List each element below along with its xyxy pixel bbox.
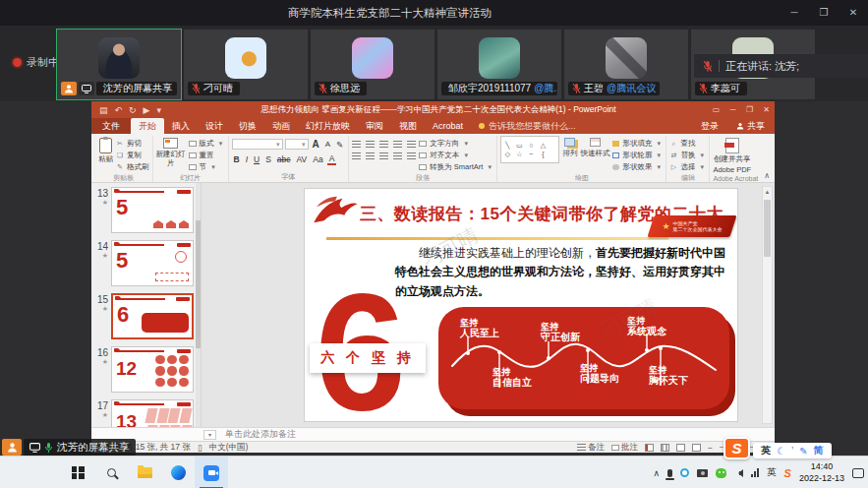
- tab-file[interactable]: 文件: [91, 118, 131, 134]
- tray-qq-icon[interactable]: [680, 468, 689, 477]
- thumbnail-item-15-selected[interactable]: 15★ 6: [93, 291, 201, 344]
- zoom-out-icon[interactable]: −: [708, 443, 713, 453]
- arrange-button[interactable]: 排列: [562, 136, 577, 158]
- action-center-icon[interactable]: [852, 468, 864, 478]
- quick-styles-button[interactable]: 快速样式: [580, 136, 609, 158]
- start-button[interactable]: [61, 457, 94, 488]
- ppt-restore-icon[interactable]: ❐: [741, 101, 758, 118]
- comments-toggle-button[interactable]: 批注: [611, 442, 638, 454]
- align-right-icon[interactable]: [379, 152, 388, 159]
- italic-button[interactable]: I: [244, 154, 250, 164]
- clear-format-button[interactable]: ✎: [334, 140, 345, 150]
- paste-button[interactable]: 粘贴: [98, 136, 113, 164]
- minimize-icon[interactable]: ─: [780, 0, 809, 26]
- tell-me-box[interactable]: 告诉我您想要做什么...: [479, 120, 576, 133]
- thumbnail-item-14[interactable]: 14★ 5: [93, 238, 201, 291]
- taskbar-clock[interactable]: 14:40 2022-12-13: [799, 461, 844, 484]
- strikethrough-button[interactable]: abc: [275, 154, 293, 164]
- notes-pane[interactable]: ▾ 单击此处添加备注: [91, 427, 775, 441]
- slide-thumbnail[interactable]: 6: [111, 293, 194, 339]
- sogou-en-mode[interactable]: 英: [761, 444, 771, 458]
- participant-tile[interactable]: 王碧@腾讯会议: [564, 30, 688, 99]
- tab-acrobat[interactable]: Acrobat: [425, 118, 471, 134]
- grow-font-button[interactable]: A: [311, 139, 321, 150]
- tray-ime-indicator[interactable]: 英: [767, 466, 777, 479]
- slide-thumbnail[interactable]: 12: [111, 346, 194, 393]
- undo-icon[interactable]: ↶: [115, 105, 123, 115]
- tab-review[interactable]: 审阅: [358, 118, 391, 134]
- shadow-button[interactable]: S: [263, 154, 273, 164]
- cut-button[interactable]: ✂剪切: [116, 139, 149, 149]
- participant-tile-shenfang[interactable]: 沈芳的屏幕共享: [57, 30, 181, 99]
- thumbnail-scrollbar[interactable]: [196, 183, 201, 427]
- section-button[interactable]: 节▾: [189, 162, 225, 172]
- slide-thumbnail[interactable]: 5: [111, 240, 194, 286]
- ppt-close-icon[interactable]: ✕: [758, 101, 775, 118]
- new-slide-button[interactable]: 新建幻灯片: [156, 136, 186, 167]
- tab-insert[interactable]: 插入: [164, 118, 198, 134]
- view-normal-icon[interactable]: [645, 444, 654, 452]
- tab-slideshow[interactable]: 幻灯片放映: [298, 118, 358, 134]
- view-slideshow-icon[interactable]: [692, 444, 701, 452]
- slide-editor[interactable]: 三、数读报告：15个关键词带你了解党的二十大 ★ 中国共产党 第二十次全国代表大…: [305, 189, 737, 421]
- view-sorter-icon[interactable]: [661, 444, 669, 452]
- tray-network-icon[interactable]: [751, 468, 759, 477]
- view-reading-icon[interactable]: [676, 444, 685, 452]
- ppt-minimize-icon[interactable]: ─: [724, 101, 741, 118]
- reset-button[interactable]: 重置: [189, 151, 225, 160]
- bullets-icon[interactable]: [352, 141, 361, 148]
- create-pdf-button[interactable]: 创建并共享 Adobe PDF: [713, 136, 751, 174]
- tab-animations[interactable]: 动画: [264, 118, 298, 134]
- collapse-ribbon-icon[interactable]: ∧: [764, 171, 770, 180]
- layout-button[interactable]: 版式▾: [189, 139, 225, 149]
- align-left-icon[interactable]: [352, 152, 361, 159]
- align-center-icon[interactable]: [366, 152, 375, 159]
- share-button[interactable]: 共享: [726, 120, 775, 133]
- tray-wechat-icon[interactable]: [716, 468, 726, 478]
- thumbnail-item-17[interactable]: 17★ 13: [93, 397, 201, 427]
- slide-thumbnail[interactable]: 5: [111, 187, 194, 233]
- tray-speaker-icon[interactable]: [734, 469, 743, 477]
- shape-outline-button[interactable]: 形状轮廓▾: [612, 151, 663, 160]
- save-icon[interactable]: ▤: [99, 105, 108, 115]
- thumbnail-item-16[interactable]: 16★ 12: [93, 344, 201, 397]
- language-indicator[interactable]: 中文(中国): [209, 442, 249, 454]
- shapes-gallery[interactable]: ╲▭○△ ◇☆~{: [500, 136, 559, 163]
- sogou-simplified[interactable]: 简: [814, 444, 824, 458]
- participant-tile[interactable]: 刁可晴: [184, 30, 308, 99]
- notes-chevron-icon[interactable]: ▾: [203, 430, 216, 440]
- text-direction-button[interactable]: 文字方向▾: [419, 139, 493, 149]
- apostrophe-icon[interactable]: ’: [791, 446, 793, 457]
- close-icon[interactable]: ✕: [839, 0, 868, 26]
- tray-mic-icon[interactable]: [667, 469, 672, 477]
- moon-icon[interactable]: ☾: [777, 446, 785, 457]
- select-button[interactable]: ▷选择▾: [669, 162, 706, 172]
- format-painter-button[interactable]: ✎格式刷: [116, 162, 149, 172]
- notes-toggle-button[interactable]: 备注: [577, 442, 605, 454]
- ribbon-options-icon[interactable]: ▭: [708, 101, 724, 118]
- tab-design[interactable]: 设计: [198, 118, 231, 134]
- canvas-scrollbar[interactable]: ▲: [762, 186, 773, 424]
- meeting-app-button[interactable]: [195, 457, 228, 488]
- replace-button[interactable]: ⇄替换▾: [669, 151, 706, 160]
- numbering-icon[interactable]: [366, 141, 375, 148]
- bold-button[interactable]: B: [232, 154, 242, 164]
- tray-sogou-icon[interactable]: S: [784, 467, 791, 479]
- tray-chevron-icon[interactable]: ∧: [654, 468, 661, 478]
- participant-tile[interactable]: 邹欣宇2019111077@腾...: [437, 30, 561, 99]
- find-button[interactable]: ⌕查找: [669, 139, 706, 149]
- sign-in-button[interactable]: 登录: [693, 120, 726, 133]
- font-color-button[interactable]: A: [327, 153, 337, 165]
- edge-button[interactable]: [161, 457, 195, 488]
- indent-more-icon[interactable]: [393, 141, 402, 148]
- tab-transitions[interactable]: 切换: [231, 118, 264, 134]
- maximize-icon[interactable]: ❐: [809, 0, 839, 26]
- shrink-font-button[interactable]: A: [323, 140, 332, 149]
- sogou-logo[interactable]: S: [723, 437, 750, 459]
- tray-camera-icon[interactable]: [697, 469, 708, 477]
- font-size-box[interactable]: ▾: [285, 139, 309, 150]
- copy-button[interactable]: ❏复制: [116, 151, 149, 160]
- file-explorer-button[interactable]: [128, 457, 161, 488]
- redo-icon[interactable]: ↻: [129, 105, 137, 115]
- slide-thumbnail[interactable]: 13: [111, 399, 194, 427]
